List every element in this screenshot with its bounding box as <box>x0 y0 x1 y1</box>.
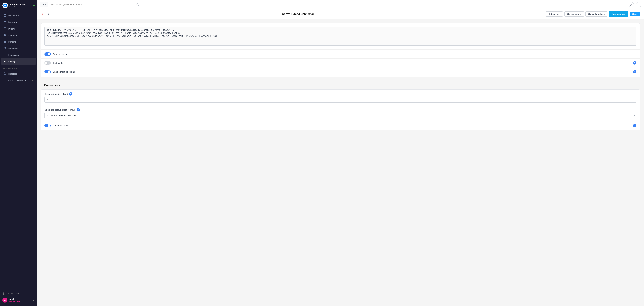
sidebar-header: Administration 6.5.2.1 <box>0 0 37 11</box>
user-chevron-icon: ▲ <box>32 299 34 301</box>
sandbox-mode-toggle[interactable] <box>44 52 51 56</box>
content-area: Wsnyc Extend Connector Debug Logs Synced… <box>37 10 644 306</box>
sidebar-item-dashboard[interactable]: Dashboard <box>1 12 36 19</box>
debug-logging-help-icon[interactable]: ? <box>633 70 636 74</box>
sidebar-item-marketing[interactable]: Marketing <box>1 45 36 52</box>
generate-leads-row: Generate Leads ? <box>41 121 640 130</box>
svg-rect-6 <box>4 23 6 23</box>
status-indicator <box>33 5 34 6</box>
collapse-menu-button[interactable]: Collapse menu <box>2 291 34 296</box>
save-button[interactable]: Save <box>630 12 640 16</box>
main-area: All ▾ ? <box>37 0 644 306</box>
app-name: Administration <box>10 3 32 6</box>
debug-logging-label: Enable Debug Logging <box>53 71 631 73</box>
preferences-card: Order wait period (days) ? Select the de… <box>41 90 640 130</box>
search-filter-button[interactable]: All ▾ <box>40 2 48 7</box>
sidebar-item-customers[interactable]: Customers <box>1 32 36 38</box>
plugin-header: Wsnyc Extend Connector Debug Logs Synced… <box>37 10 644 19</box>
sidebar-item-label: WSNYC Shopware Plugi... <box>8 79 30 82</box>
sidebar-item-label: Content <box>8 40 16 43</box>
sidebar-item-label: Catalogues <box>8 21 19 24</box>
debug-logging-toggle[interactable] <box>44 70 51 74</box>
add-sales-channel-button[interactable]: + <box>33 67 34 70</box>
svg-point-22 <box>137 4 138 5</box>
product-group-select[interactable]: Products with Extend Warranty <box>44 113 636 118</box>
sidebar-item-label: Headless <box>8 73 17 75</box>
order-wait-period-help-icon[interactable]: ? <box>69 92 72 96</box>
svg-rect-12 <box>4 41 5 42</box>
chevron-down-icon: ▾ <box>45 4 46 6</box>
sidebar-item-extensions[interactable]: Extensions <box>1 52 36 58</box>
customers-icon <box>3 34 6 37</box>
token-card: 6InZvdmFAd2Vic29sdXRpb25zbnljLmNvbSlslmF… <box>41 23 640 77</box>
sidebar-item-label: Dashboard <box>8 14 19 17</box>
svg-rect-0 <box>4 14 5 16</box>
help-icon-button[interactable]: ? <box>628 2 634 8</box>
test-mode-row: Test Mode ? <box>41 58 640 67</box>
user-info[interactable]: A admin Administrator ▲ <box>2 296 34 304</box>
synced-products-button[interactable]: Synced products <box>586 12 608 16</box>
user-role: Administrator <box>9 300 31 302</box>
preferences-section: Preferences Order wait period (days) ? <box>41 80 640 130</box>
search-icon[interactable] <box>136 3 139 6</box>
token-textarea[interactable]: 6InZvdmFAd2Vic29sdXRpb25zbnljLmNvbSlslmF… <box>44 27 636 46</box>
content-icon <box>3 40 6 43</box>
svg-marker-16 <box>4 54 6 56</box>
catalogues-icon <box>3 21 6 24</box>
sidebar-item-label: Orders <box>8 28 15 30</box>
topbar-actions: ? <box>628 2 641 8</box>
sidebar-item-content[interactable]: Content <box>1 38 36 45</box>
marketing-icon <box>3 47 6 50</box>
sandbox-mode-row: Sandbox mode <box>41 50 640 58</box>
svg-rect-19 <box>4 80 6 81</box>
sales-channels-section: Sales Channels + <box>0 65 37 70</box>
search-input[interactable] <box>48 2 140 7</box>
synced-orders-button[interactable]: Synced orders <box>564 12 584 16</box>
search-container: All ▾ <box>40 2 140 7</box>
generate-leads-toggle[interactable] <box>44 124 51 127</box>
main-nav: Dashboard Catalogues Orders Customers Co… <box>0 11 37 289</box>
svg-rect-1 <box>5 14 6 16</box>
back-button[interactable] <box>41 12 44 16</box>
order-wait-period-input[interactable] <box>44 97 636 102</box>
svg-rect-2 <box>4 16 5 17</box>
sync-products-button[interactable]: Sync products <box>609 12 628 16</box>
preferences-header: Preferences <box>41 80 640 90</box>
svg-line-23 <box>138 5 139 6</box>
app-logo <box>2 3 8 8</box>
token-textarea-container: 6InZvdmFAd2Vic29sdXRpb25zbnljLmNvbSlslmF… <box>44 27 636 46</box>
product-group-help-icon[interactable]: ? <box>77 108 80 112</box>
app-info: Administration 6.5.2.1 <box>10 3 32 8</box>
sidebar-item-wsnyc[interactable]: WSNYC Shopware Plugi... 👁 <box>1 77 36 84</box>
svg-rect-4 <box>4 21 6 22</box>
sidebar: Administration 6.5.2.1 Dashboard Catalog… <box>0 0 37 306</box>
test-mode-label: Test Mode <box>53 62 631 64</box>
svg-rect-18 <box>4 73 6 75</box>
sidebar-item-label: Settings <box>8 60 16 63</box>
settings-icon <box>3 60 6 63</box>
test-mode-toggle[interactable] <box>44 61 51 64</box>
orders-icon <box>3 27 6 30</box>
svg-rect-14 <box>4 42 5 43</box>
sidebar-item-label: Extensions <box>8 54 19 56</box>
test-mode-help-icon[interactable]: ? <box>633 61 636 64</box>
topbar: All ▾ ? <box>37 0 644 10</box>
sidebar-item-settings[interactable]: Settings <box>1 58 36 64</box>
user-avatar: A <box>2 298 8 303</box>
generate-leads-help-icon[interactable]: ? <box>633 124 636 127</box>
sidebar-item-headless[interactable]: Headless <box>1 71 36 77</box>
sidebar-item-catalogues[interactable]: Catalogues <box>1 19 36 25</box>
svg-point-11 <box>4 34 5 35</box>
svg-rect-3 <box>5 16 6 17</box>
wsnyc-icon <box>3 79 6 82</box>
debug-logs-button[interactable]: Debug Logs <box>546 12 563 16</box>
plugin-actions: Debug Logs Synced orders Synced products… <box>546 12 640 16</box>
gear-icon-button[interactable] <box>47 12 50 16</box>
plugin-title: Wsnyc Extend Connector <box>53 12 543 16</box>
sidebar-item-orders[interactable]: Orders <box>1 26 36 32</box>
svg-rect-13 <box>5 41 6 42</box>
notification-icon-button[interactable] <box>636 2 641 8</box>
eye-icon: 👁 <box>32 79 34 82</box>
headless-icon <box>3 72 6 75</box>
order-wait-period-group: Order wait period (days) ? <box>41 90 640 105</box>
